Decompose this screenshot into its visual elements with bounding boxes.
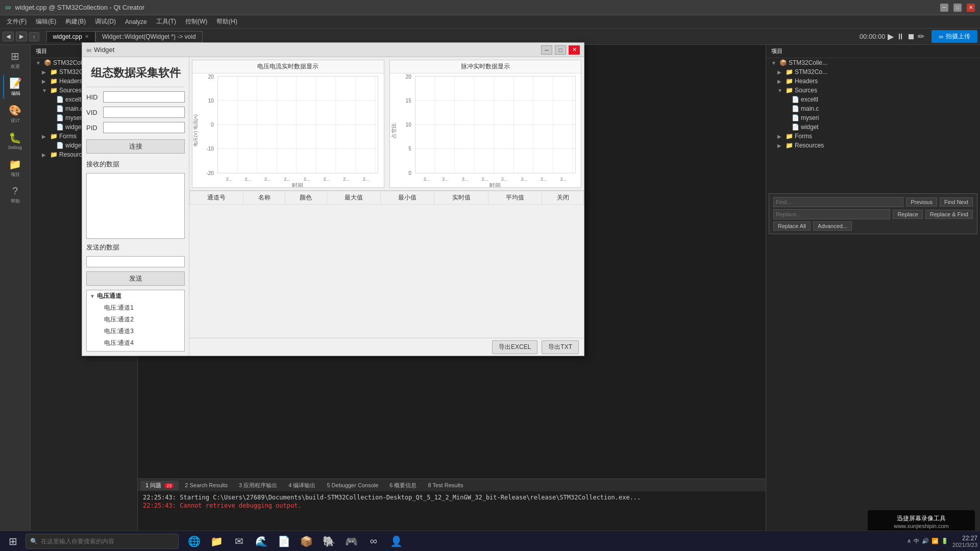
taskbar-docs[interactable]: 📄 <box>274 532 294 550</box>
capture-upload-button[interactable]: ∞ 拍摄上传 <box>932 30 977 43</box>
console-tab-test[interactable]: 8 Test Results <box>423 481 469 489</box>
previous-button[interactable]: Previous <box>906 197 937 207</box>
tree2-stm32[interactable]: ▶ 📁 STM32Co... <box>766 67 980 77</box>
current-channel-parent[interactable]: ▼ 电流通道 <box>87 349 184 352</box>
minimize-button[interactable]: ─ <box>940 4 948 12</box>
tab-bar: widget.cpp ✕ Widget::Widget(QWidget *) -… <box>46 31 203 42</box>
recv-textarea[interactable] <box>86 173 185 239</box>
advanced-button[interactable]: Advanced... <box>813 221 852 231</box>
taskbar-edge[interactable]: 🌊 <box>251 532 272 550</box>
tree2-root[interactable]: ▼ 📦 STM32Colle... <box>766 58 980 67</box>
taskbar-store[interactable]: 📦 <box>296 532 316 550</box>
tree2-forms[interactable]: ▶ 📁 Forms <box>766 132 980 141</box>
menu-control[interactable]: 控制(W) <box>181 16 211 27</box>
pause-button[interactable]: ⏸ <box>896 32 904 41</box>
voltage-ch1[interactable]: 电压:通道1 <box>87 302 184 314</box>
taskbar-search[interactable]: 🔍 <box>26 534 179 549</box>
export-excel-button[interactable]: 导出EXCEL <box>492 340 537 354</box>
clock[interactable]: 22:27 2021/3/23 <box>952 535 977 548</box>
sidebar-icon-edit[interactable]: 📝 编辑 <box>3 74 28 99</box>
close-tab-icon[interactable]: ✕ <box>85 34 89 39</box>
sidebar-icon-design[interactable]: 🎨 设计 <box>3 102 28 126</box>
tree2-widget[interactable]: 📄 widget <box>766 122 980 132</box>
nav-back[interactable]: ◀ <box>3 32 14 41</box>
menu-edit[interactable]: 编辑(E) <box>32 16 60 27</box>
start-button[interactable]: ⊞ <box>3 532 23 550</box>
taskbar-game[interactable]: 🎮 <box>341 532 361 550</box>
taskbar-mail[interactable]: ✉ <box>229 532 249 550</box>
find-next-button[interactable]: Find Next <box>940 197 973 207</box>
hid-field: HID <box>86 91 185 103</box>
tray-arrow[interactable]: ∧ <box>907 538 911 544</box>
hid-input[interactable] <box>103 91 185 103</box>
dialog-minimize-button[interactable]: ─ <box>541 45 552 55</box>
nav-forward[interactable]: ▶ <box>16 32 27 41</box>
replace-input[interactable] <box>773 209 890 219</box>
tray-network[interactable]: 📶 <box>932 538 939 544</box>
nav-up[interactable]: ↑ <box>29 32 39 41</box>
taskbar-explorer[interactable]: 📁 <box>206 532 227 550</box>
taskbar-search-input[interactable] <box>41 538 174 545</box>
console-tab-compile[interactable]: 4 编译输出 <box>283 481 321 490</box>
folder-icon: 📁 <box>50 133 57 140</box>
dialog-close-button[interactable]: ✕ <box>569 45 580 55</box>
connect-button[interactable]: 连接 <box>86 139 185 154</box>
console-tab-issues[interactable]: 1 问题 23 <box>140 481 179 490</box>
sidebar-icon-help[interactable]: ? 帮助 <box>3 183 28 207</box>
tree2-main[interactable]: 📄 main.c <box>766 104 980 113</box>
tab-widget-function[interactable]: Widget::Widget(QWidget *) -> void <box>95 31 203 42</box>
arrow-icon: ▶ <box>42 79 48 84</box>
voltage-ch4[interactable]: 电压:通道4 <box>87 337 184 349</box>
sidebar-icon-welcome[interactable]: ⊞ 欢迎 <box>3 47 28 72</box>
close-button[interactable]: ✕ <box>967 4 975 12</box>
tree2-sources[interactable]: ▼ 📁 Sources <box>766 86 980 95</box>
maximize-button[interactable]: □ <box>953 4 962 12</box>
export-txt-button[interactable]: 导出TXT <box>542 340 579 354</box>
tree2-exceltl[interactable]: 📄 exceltl <box>766 95 980 104</box>
voltage-ch2[interactable]: 电压:通道2 <box>87 314 184 325</box>
tray-sound[interactable]: 🔊 <box>922 538 929 544</box>
chart1-title: 电压电流实时数据显示 <box>192 60 384 73</box>
sidebar-label-debug: Debug <box>8 145 22 150</box>
menu-file[interactable]: 文件(F) <box>3 16 31 27</box>
play-button[interactable]: ▶ <box>888 32 894 41</box>
tree2-myseri[interactable]: 📄 myseri <box>766 113 980 122</box>
tab-widget-cpp[interactable]: widget.cpp ✕ <box>46 31 95 42</box>
tree2-headers[interactable]: ▶ 📁 Headers <box>766 77 980 86</box>
console-tab-appout[interactable]: 3 应用程序输出 <box>234 481 282 490</box>
console-tab-debugger[interactable]: 5 Debugger Console <box>322 481 383 489</box>
data-table: 通道号 名称 颜色 最大值 最小值 实时值 平均值 关闭 <box>189 191 584 205</box>
taskbar-user[interactable]: 👤 <box>386 532 406 550</box>
menu-build[interactable]: 构建(B) <box>61 16 90 27</box>
taskbar-wechat[interactable]: 🐘 <box>318 532 339 550</box>
menu-analyze[interactable]: Analyze <box>121 17 151 27</box>
console-line-2: 22:25:43: Cannot retrieve debugging outp… <box>143 502 761 509</box>
console-tabs: 1 问题 23 2 Search Results 3 应用程序输出 4 编译输出… <box>138 479 766 491</box>
sidebar-icon-project[interactable]: 📁 项目 <box>3 156 28 180</box>
voltage-channel-parent[interactable]: ▼ 电压通道 <box>87 290 184 302</box>
find-input[interactable] <box>773 197 903 207</box>
pid-input[interactable] <box>103 122 185 133</box>
dialog-maximize-button[interactable]: □ <box>555 45 566 55</box>
stop-button[interactable]: ⏹ <box>907 32 915 41</box>
send-button[interactable]: 发送 <box>86 271 185 286</box>
send-input[interactable] <box>86 256 185 267</box>
voltage-ch3[interactable]: 电压:通道3 <box>87 325 184 337</box>
replace-button[interactable]: Replace <box>893 210 922 219</box>
taskbar-chrome[interactable]: 🌐 <box>184 532 204 550</box>
file-icon: 📄 <box>56 105 63 112</box>
vid-input[interactable] <box>103 107 185 118</box>
console-tab-summary[interactable]: 6 概要信息 <box>384 481 422 490</box>
menu-debug[interactable]: 调试(D) <box>91 16 120 27</box>
console-tab-search[interactable]: 2 Search Results <box>180 481 233 489</box>
taskbar-qt[interactable]: ∞ <box>363 532 384 550</box>
tree-label: widget <box>65 142 83 149</box>
sidebar-icon-debug[interactable]: 🐛 Debug <box>3 129 28 153</box>
record-button[interactable]: ✏ <box>918 32 924 41</box>
replace-all-button[interactable]: Replace All <box>773 221 811 231</box>
tree2-resources[interactable]: ▶ 📁 Resources <box>766 141 980 150</box>
mail-icon: ✉ <box>235 535 243 547</box>
menu-tools[interactable]: 工具(T) <box>152 16 180 27</box>
menu-help[interactable]: 帮助(H) <box>212 16 241 27</box>
replace-find-button[interactable]: Replace & Find <box>925 210 973 219</box>
